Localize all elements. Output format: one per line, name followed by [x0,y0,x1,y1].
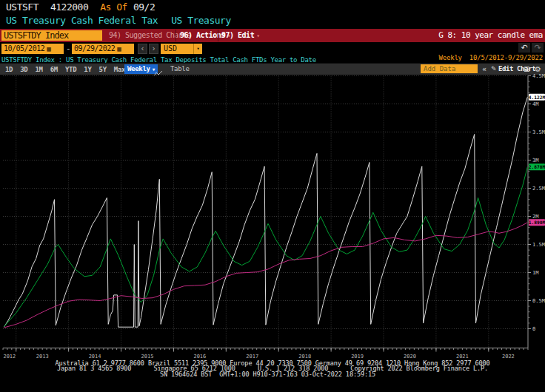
end-date-value: 09/29/2022 [74,44,115,54]
calendar-icon: ▦ [117,44,121,54]
svg-text:4.122M: 4.122M [529,95,545,100]
y-tick-label-4.5M: 4.5M [532,73,545,79]
chart-canvas[interactable]: 2012201320142015201620172018201920202021… [0,70,545,362]
undo-button[interactable]: ↶ [518,43,530,53]
menu-divider [175,30,176,41]
x-tick-label-2020: 2020 [404,354,416,359]
edit-menu[interactable]: 97) Edit▾ [221,30,260,41]
series-layer [4,97,527,328]
svg-text:1.890M: 1.890M [529,220,545,225]
y-tick-label-2.5M: 2.5M [532,186,545,192]
period-readout: Weekly [439,54,462,61]
edit-menu-label: 97) Edit [221,31,254,39]
command-bar: USTSFTDY Index 94) Suggested Charts 96) … [0,29,545,42]
y-tick-label-1M: 1M [532,270,538,276]
redo-button[interactable]: ↷ [532,43,544,53]
period-range-readout: Weekly10/5/2012-9/29/2022 [432,54,543,61]
axes-layer: 2012201320142015201620172018201920202021… [3,73,545,359]
as-of-date: 09/2 [133,1,155,13]
end-date-field[interactable]: 09/29/2022▦ [72,44,134,54]
chart-slot-label: G 8: 10 year candle ema [438,30,543,41]
y-tick-label-4M: 4M [532,101,538,107]
currency-select[interactable]: USD ▾ [161,44,202,54]
x-tick-label-2018: 2018 [298,354,311,359]
menu-divider [218,30,218,41]
calendar-icon: ▦ [47,44,50,54]
range-back-button[interactable]: ‹ [138,44,147,54]
caret-down-icon: ▾ [193,44,202,54]
bloomberg-terminal-window: USTSFT4122000As Of09/2 US Treasury Cash … [0,0,545,392]
x-tick-label-2014: 2014 [89,354,101,359]
y-tick-label-0: 0 [532,326,535,332]
y-tick-label-3M: 3M [532,158,538,163]
security-input[interactable]: USTSFTDY Index [1,30,102,41]
last-value-badge-ema-short: 2.878M [529,163,545,170]
currency-value: USD [164,44,177,53]
x-tick-label-2016: 2016 [193,354,206,359]
x-tick-label-2019: 2019 [351,354,364,359]
last-value-badge-ustsftdy-ytd: 4.122M [529,94,545,101]
x-tick-label-2015: 2015 [141,354,154,359]
y-tick-label-3.5M: 3.5M [532,129,545,135]
instrument-name: US Treasury Cash Federal Tax [6,15,158,26]
header-quote-line: USTSFT4122000As Of09/2 [6,1,167,13]
caret-down-icon: ▾ [256,33,259,39]
date-range-separator: - [66,44,71,53]
svg-text:2.878M: 2.878M [529,164,545,169]
last-value-badge-ema-long: 1.890M [529,219,545,226]
footer-session-line: SN 1964624 BST GMT+1:00 H910-371-163 03-… [160,371,375,378]
x-tick-label-2021: 2021 [456,354,469,359]
range-forward-button[interactable]: › [149,44,158,54]
ticker-symbol: USTSFT [6,1,39,13]
as-of-label: As Of [100,1,127,13]
y-tick-label-2M: 2M [532,214,538,220]
y-tick-label-0.5M: 0.5M [532,298,545,304]
start-date-value: 10/05/2012 [4,44,44,54]
x-tick-label-2012: 2012 [3,354,16,359]
y-tick-label-1.5M: 1.5M [532,242,545,248]
range-readout: 10/5/2012-9/29/2022 [469,54,543,61]
x-tick-label-2017: 2017 [246,354,258,359]
x-tick-label-2022: 2022 [502,354,515,359]
suggested-charts-menu[interactable]: 94) Suggested Charts [109,30,190,41]
series-line-ustsftdy-ytd [4,97,527,327]
x-tick-label-2013: 2013 [36,354,49,359]
issuer-name: US Treasury [171,15,231,26]
header-description-line: US Treasury Cash Federal TaxUS Treasury [6,15,244,26]
last-value: 4122000 [50,1,88,13]
start-date-field[interactable]: 10/05/2012▦ [1,44,64,54]
